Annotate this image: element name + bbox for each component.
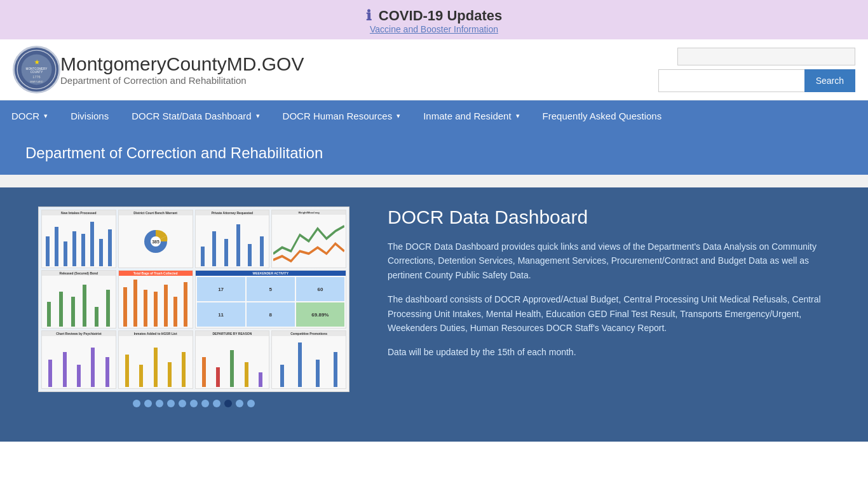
covid-subtitle[interactable]: Vaccine and Booster Information xyxy=(0,24,868,34)
chart-bench-warrant: District Court Bench Warrant 385 xyxy=(118,210,193,268)
svg-text:MONTGOMERY: MONTGOMERY xyxy=(26,67,48,71)
covid-banner: ℹ COVID-19 Updates Vaccine and Booster I… xyxy=(0,0,868,39)
bar xyxy=(248,244,252,266)
content-title: DOCR Data Dashboard xyxy=(388,207,830,228)
bar xyxy=(55,227,58,266)
carousel-dots xyxy=(38,392,349,407)
bar xyxy=(106,290,110,327)
carousel-dot-1[interactable] xyxy=(133,400,140,407)
main-content: New Intakes Processed xyxy=(0,187,868,442)
bar-chart xyxy=(42,336,116,388)
chart-private-attorney: Private Attorney Requested xyxy=(195,210,270,268)
svg-text:MARYLAND: MARYLAND xyxy=(30,81,43,83)
chart-release-bond: Released (Secured) Bond xyxy=(41,270,116,329)
site-name: MontgomeryCountyMD.GOV xyxy=(60,53,658,75)
nav-item-human-resources[interactable]: DOCR Human Resources ▾ xyxy=(271,100,412,132)
weekender-header: WEEKENDER ACTIVITY xyxy=(196,271,346,276)
svg-text:385: 385 xyxy=(152,240,159,244)
page-title-bar: Department of Correction and Rehabilitat… xyxy=(0,132,868,175)
num-cell: 5 xyxy=(247,277,295,301)
carousel-dot-11[interactable] xyxy=(247,400,255,407)
covid-title: ℹ COVID-19 Updates xyxy=(0,8,868,24)
dashboard-image-container: New Intakes Processed xyxy=(38,207,349,423)
carousel-dot-5[interactable] xyxy=(179,400,186,407)
bar xyxy=(59,292,63,327)
carousel-dot-9[interactable] xyxy=(224,400,232,407)
bar xyxy=(182,352,186,387)
bar xyxy=(334,352,337,387)
nav-item-inmate-resident[interactable]: Inmate and Resident ▾ xyxy=(412,100,531,132)
nav-bar: DOCR ▾ Divisions DOCR Stat/Data Dashboar… xyxy=(0,100,868,132)
chart-title: Total Bags of Trash Collected xyxy=(119,271,193,276)
num-cell: 17 xyxy=(197,277,245,301)
bar xyxy=(201,247,205,266)
bar xyxy=(83,285,86,327)
num-cell: 60 xyxy=(296,277,344,301)
chart-weekender: WEEKENDER ACTIVITY 17 5 60 11 8 69.89% xyxy=(195,270,347,329)
pie-area: 385 xyxy=(119,215,193,268)
carousel-dot-10[interactable] xyxy=(236,400,243,407)
chart-title: Chart Reviews by Psychiatrist xyxy=(42,331,116,336)
carousel-dot-7[interactable] xyxy=(201,400,209,407)
chart-title: District Court Bench Warrant xyxy=(119,210,193,215)
bar xyxy=(236,224,240,266)
carousel-dot-4[interactable] xyxy=(167,400,175,407)
num-cell: 69.89% xyxy=(296,302,344,327)
bar xyxy=(81,234,85,266)
svg-text:COUNTY: COUNTY xyxy=(31,71,43,74)
chart-line-top-right: Weight/Mood avg xyxy=(271,210,346,268)
bar-chart xyxy=(42,215,116,268)
chart-total-bags: Total Bags of Trash Collected xyxy=(118,270,193,329)
carousel-dot-6[interactable] xyxy=(190,400,198,407)
bar xyxy=(154,348,158,387)
bar xyxy=(259,372,262,387)
chart-title: Released (Secured) Bond xyxy=(42,271,116,276)
bar xyxy=(144,290,147,327)
chevron-down-icon: ▾ xyxy=(397,112,400,120)
bar xyxy=(133,280,137,327)
carousel-dot-2[interactable] xyxy=(144,400,152,407)
content-text: DOCR Data Dashboard The DOCR Data Dashbo… xyxy=(388,207,830,423)
bar xyxy=(154,292,158,327)
bar xyxy=(105,357,109,387)
bar xyxy=(99,239,103,266)
bar xyxy=(108,229,112,267)
carousel-dot-3[interactable] xyxy=(156,400,163,407)
dashboard-image[interactable]: New Intakes Processed xyxy=(38,207,349,392)
nav-item-divisions[interactable]: Divisions xyxy=(59,100,120,132)
chart-title: Competitive Promotions xyxy=(272,331,346,336)
bar xyxy=(164,285,168,327)
nav-item-stat-dashboard[interactable]: DOCR Stat/Data Dashboard ▾ xyxy=(120,100,271,132)
nav-item-docr[interactable]: DOCR ▾ xyxy=(0,100,59,132)
bar xyxy=(71,297,75,327)
chart-title: DEPARTURE BY REASON xyxy=(196,331,269,336)
svg-text:1776: 1776 xyxy=(32,75,40,79)
line-chart-svg xyxy=(273,216,344,266)
search-input[interactable] xyxy=(658,69,804,92)
carousel-dot-8[interactable] xyxy=(213,400,220,407)
bar xyxy=(202,357,206,387)
bar xyxy=(224,239,228,266)
bar xyxy=(48,360,52,387)
content-para-3: Data will be updated by the 15th of each… xyxy=(388,345,830,359)
num-cell: 11 xyxy=(197,302,245,327)
chevron-down-icon: ▾ xyxy=(516,112,520,120)
numbers-grid: 17 5 60 11 8 69.89% xyxy=(196,276,346,328)
bar xyxy=(230,350,234,388)
bar-chart xyxy=(42,276,116,328)
chart-competitive: Competitive Promotions xyxy=(271,330,346,389)
bar-chart xyxy=(119,276,193,328)
header-text: MontgomeryCountyMD.GOV Department of Cor… xyxy=(60,53,658,86)
bar xyxy=(280,365,284,387)
search-row: Search xyxy=(658,69,855,92)
chevron-down-icon: ▾ xyxy=(44,112,48,120)
content-para-2: The dashboard consists of DOCR Approved/… xyxy=(388,292,830,335)
bar xyxy=(298,342,302,387)
nav-item-faq[interactable]: Frequently Asked Questions xyxy=(531,100,674,132)
search-button[interactable]: Search xyxy=(804,69,855,92)
bar xyxy=(72,231,76,266)
bar xyxy=(95,307,98,327)
bar-chart xyxy=(196,215,269,268)
bar xyxy=(64,241,67,266)
chart-title: Inmates Added to HGSR List xyxy=(119,331,193,336)
